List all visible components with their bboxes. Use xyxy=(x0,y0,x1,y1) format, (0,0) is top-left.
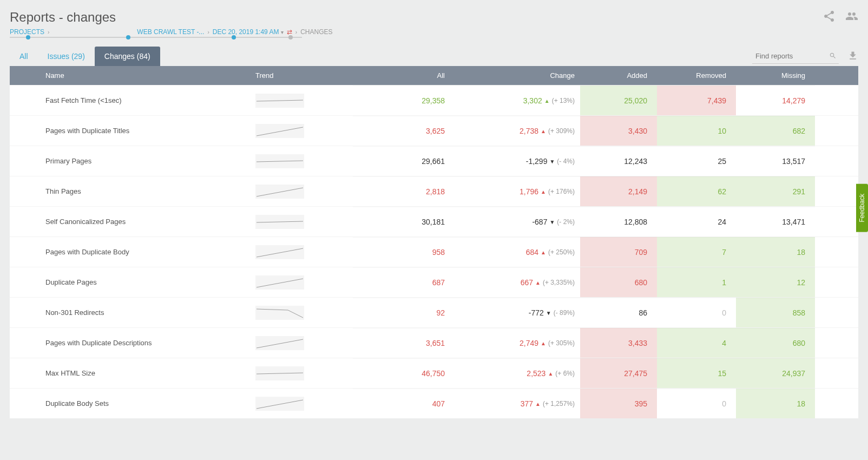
download-icon[interactable] xyxy=(847,50,858,63)
cell-missing: 858 xyxy=(736,298,815,327)
cell-missing: 682 xyxy=(736,116,815,146)
col-all[interactable]: All xyxy=(353,71,461,80)
cell-added: 25,020 xyxy=(580,86,657,115)
trend-sparkline xyxy=(245,275,353,290)
breadcrumb-crawl[interactable]: WEB CRAWL TEST -... xyxy=(137,28,204,36)
col-change[interactable]: Change xyxy=(461,71,580,80)
tabs: All Issues (29) Changes (84) xyxy=(10,47,160,66)
cell-added: 12,243 xyxy=(580,146,657,176)
cell-all: 29,661 xyxy=(353,146,461,176)
cell-missing: 14,279 xyxy=(736,86,815,115)
cell-removed: 25 xyxy=(657,146,736,176)
cell-removed: 7 xyxy=(657,237,736,267)
cell-all: 407 xyxy=(353,389,461,418)
cell-all: 29,358 xyxy=(353,86,461,115)
cell-all: 2,818 xyxy=(353,176,461,206)
trend-sparkline xyxy=(245,397,353,411)
compare-icon[interactable]: ⇄ xyxy=(287,28,292,36)
cell-added: 395 xyxy=(580,389,657,418)
row-name: Self Canonicalized Pages xyxy=(34,218,245,226)
cell-change: 2,749 ▲ (+ 305%) xyxy=(461,328,580,358)
trend-sparkline xyxy=(245,94,353,108)
tab-all[interactable]: All xyxy=(10,47,38,66)
cell-missing: 12 xyxy=(736,267,815,297)
cell-change: -687 ▼ (- 2%) xyxy=(461,207,580,236)
trend-sparkline xyxy=(245,366,353,380)
chevron-right-icon: › xyxy=(48,29,49,35)
breadcrumb: PROJECTS › WEB CRAWL TEST -... › DEC 20,… xyxy=(10,28,333,36)
trend-sparkline xyxy=(245,154,353,168)
cell-all: 3,651 xyxy=(353,328,461,358)
table-row[interactable]: Self Canonicalized Pages 30,181 -687 ▼ (… xyxy=(10,206,858,236)
row-name: Fast Fetch Time (<1sec) xyxy=(34,96,245,104)
cell-missing: 24,937 xyxy=(736,358,815,388)
trend-sparkline xyxy=(245,185,353,199)
cell-removed: 1 xyxy=(657,267,736,297)
breadcrumb-progress xyxy=(10,37,302,38)
cell-removed: 62 xyxy=(657,176,736,206)
cell-all: 3,625 xyxy=(353,116,461,146)
tab-changes[interactable]: Changes (84) xyxy=(95,47,160,66)
search-icon[interactable] xyxy=(829,52,837,60)
search-input[interactable] xyxy=(752,49,839,64)
table-row[interactable]: Non-301 Redirects 92 -772 ▼ (- 89%) 86 0… xyxy=(10,297,858,327)
cell-missing: 291 xyxy=(736,176,815,206)
cell-removed: 7,439 xyxy=(657,86,736,115)
cell-added: 12,808 xyxy=(580,207,657,236)
cell-added: 680 xyxy=(580,267,657,297)
trend-sparkline xyxy=(245,215,353,229)
cell-all: 46,750 xyxy=(353,358,461,388)
cell-missing: 18 xyxy=(736,389,815,418)
table-row[interactable]: Max HTML Size 46,750 2,523 ▲ (+ 6%) 27,4… xyxy=(10,358,858,388)
cell-change: 377 ▲ (+ 1,257%) xyxy=(461,389,580,418)
cell-added: 3,430 xyxy=(580,116,657,146)
col-trend[interactable]: Trend xyxy=(245,71,353,80)
cell-missing: 680 xyxy=(736,328,815,358)
page-title: Reports - changes xyxy=(10,10,333,25)
tab-issues[interactable]: Issues (29) xyxy=(38,47,95,66)
col-added[interactable]: Added xyxy=(580,71,657,80)
cell-missing: 13,517 xyxy=(736,146,815,176)
cell-change: 2,738 ▲ (+ 309%) xyxy=(461,116,580,146)
table-row[interactable]: Fast Fetch Time (<1sec) 29,358 3,302 ▲ (… xyxy=(10,85,858,115)
table-row[interactable]: Pages with Duplicate Descriptions 3,651 … xyxy=(10,327,858,358)
table-row[interactable]: Duplicate Pages 687 667 ▲ (+ 3,335%) 680… xyxy=(10,267,858,297)
cell-change: -772 ▼ (- 89%) xyxy=(461,298,580,327)
col-missing[interactable]: Missing xyxy=(736,71,815,80)
trend-sparkline xyxy=(245,306,353,320)
table-row[interactable]: Primary Pages 29,661 -1,299 ▼ (- 4%) 12,… xyxy=(10,146,858,176)
cell-missing: 13,471 xyxy=(736,207,815,236)
cell-change: 667 ▲ (+ 3,335%) xyxy=(461,267,580,297)
cell-removed: 0 xyxy=(657,389,736,418)
share-icon[interactable] xyxy=(823,10,836,24)
cell-all: 687 xyxy=(353,267,461,297)
cell-removed: 10 xyxy=(657,116,736,146)
row-name: Duplicate Body Sets xyxy=(34,399,245,408)
breadcrumb-date[interactable]: DEC 20, 2019 1:49 AM ▾ xyxy=(213,28,284,36)
row-name: Thin Pages xyxy=(34,187,245,195)
cell-change: 684 ▲ (+ 250%) xyxy=(461,237,580,267)
cell-all: 958 xyxy=(353,237,461,267)
cell-removed: 0 xyxy=(657,298,736,327)
breadcrumb-current: CHANGES xyxy=(300,28,332,36)
table-row[interactable]: Pages with Duplicate Body 958 684 ▲ (+ 2… xyxy=(10,236,858,267)
row-name: Primary Pages xyxy=(34,157,245,165)
trend-sparkline xyxy=(245,124,353,138)
cell-missing: 18 xyxy=(736,237,815,267)
cell-removed: 15 xyxy=(657,358,736,388)
cell-all: 30,181 xyxy=(353,207,461,236)
row-name: Pages with Duplicate Titles xyxy=(34,127,245,135)
cell-change: 2,523 ▲ (+ 6%) xyxy=(461,358,580,388)
table-row[interactable]: Duplicate Body Sets 407 377 ▲ (+ 1,257%)… xyxy=(10,388,858,418)
col-removed[interactable]: Removed xyxy=(657,71,736,80)
row-name: Duplicate Pages xyxy=(34,278,245,286)
table-row[interactable]: Thin Pages 2,818 1,796 ▲ (+ 176%) 2,149 … xyxy=(10,176,858,206)
cell-all: 92 xyxy=(353,298,461,327)
users-icon[interactable] xyxy=(845,10,858,24)
col-name[interactable]: Name xyxy=(34,71,245,80)
feedback-tab[interactable]: Feedback xyxy=(856,184,868,232)
breadcrumb-projects[interactable]: PROJECTS xyxy=(10,28,44,36)
cell-change: 1,796 ▲ (+ 176%) xyxy=(461,176,580,206)
row-name: Pages with Duplicate Body xyxy=(34,248,245,256)
table-row[interactable]: Pages with Duplicate Titles 3,625 2,738 … xyxy=(10,115,858,146)
